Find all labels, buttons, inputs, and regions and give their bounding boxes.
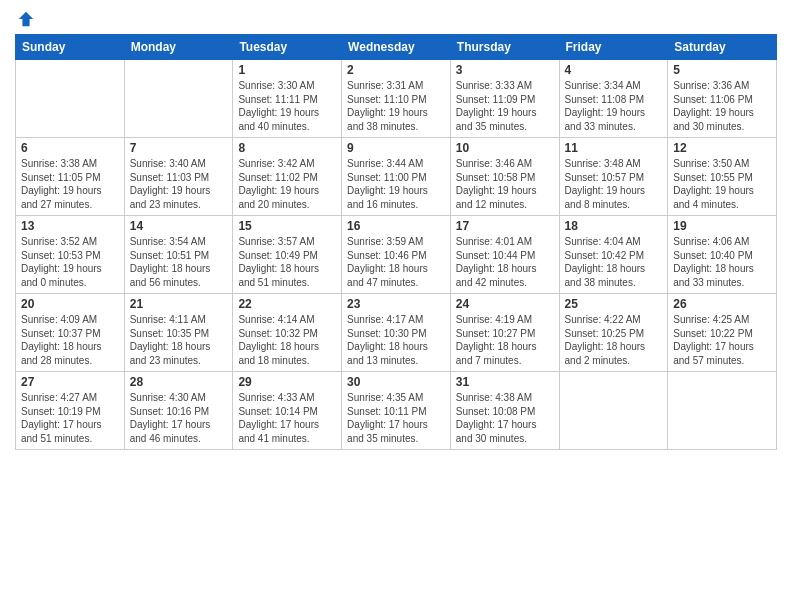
weekday-header: Sunday (16, 35, 125, 60)
day-info: Sunrise: 4:38 AM Sunset: 10:08 PM Daylig… (456, 391, 554, 445)
calendar-cell: 21Sunrise: 4:11 AM Sunset: 10:35 PM Dayl… (124, 294, 233, 372)
calendar-cell: 25Sunrise: 4:22 AM Sunset: 10:25 PM Dayl… (559, 294, 668, 372)
day-number: 10 (456, 141, 554, 155)
weekday-header: Wednesday (342, 35, 451, 60)
day-number: 16 (347, 219, 445, 233)
day-info: Sunrise: 4:19 AM Sunset: 10:27 PM Daylig… (456, 313, 554, 367)
day-number: 31 (456, 375, 554, 389)
day-info: Sunrise: 4:30 AM Sunset: 10:16 PM Daylig… (130, 391, 228, 445)
day-number: 2 (347, 63, 445, 77)
day-info: Sunrise: 3:34 AM Sunset: 11:08 PM Daylig… (565, 79, 663, 133)
day-number: 1 (238, 63, 336, 77)
calendar-cell: 31Sunrise: 4:38 AM Sunset: 10:08 PM Dayl… (450, 372, 559, 450)
calendar-cell: 4Sunrise: 3:34 AM Sunset: 11:08 PM Dayli… (559, 60, 668, 138)
day-number: 21 (130, 297, 228, 311)
weekday-header: Tuesday (233, 35, 342, 60)
day-info: Sunrise: 4:06 AM Sunset: 10:40 PM Daylig… (673, 235, 771, 289)
day-info: Sunrise: 4:01 AM Sunset: 10:44 PM Daylig… (456, 235, 554, 289)
day-number: 7 (130, 141, 228, 155)
day-info: Sunrise: 3:52 AM Sunset: 10:53 PM Daylig… (21, 235, 119, 289)
calendar-cell: 7Sunrise: 3:40 AM Sunset: 11:03 PM Dayli… (124, 138, 233, 216)
calendar-cell: 6Sunrise: 3:38 AM Sunset: 11:05 PM Dayli… (16, 138, 125, 216)
logo-text (15, 10, 35, 28)
day-number: 28 (130, 375, 228, 389)
calendar: SundayMondayTuesdayWednesdayThursdayFrid… (15, 34, 777, 450)
day-number: 13 (21, 219, 119, 233)
day-number: 3 (456, 63, 554, 77)
day-number: 18 (565, 219, 663, 233)
logo (15, 10, 35, 28)
calendar-cell (124, 60, 233, 138)
day-info: Sunrise: 4:11 AM Sunset: 10:35 PM Daylig… (130, 313, 228, 367)
header (15, 10, 777, 28)
day-info: Sunrise: 3:59 AM Sunset: 10:46 PM Daylig… (347, 235, 445, 289)
day-info: Sunrise: 3:31 AM Sunset: 11:10 PM Daylig… (347, 79, 445, 133)
day-info: Sunrise: 3:42 AM Sunset: 11:02 PM Daylig… (238, 157, 336, 211)
day-number: 11 (565, 141, 663, 155)
calendar-cell: 1Sunrise: 3:30 AM Sunset: 11:11 PM Dayli… (233, 60, 342, 138)
calendar-cell: 30Sunrise: 4:35 AM Sunset: 10:11 PM Dayl… (342, 372, 451, 450)
calendar-cell: 28Sunrise: 4:30 AM Sunset: 10:16 PM Dayl… (124, 372, 233, 450)
day-info: Sunrise: 3:54 AM Sunset: 10:51 PM Daylig… (130, 235, 228, 289)
weekday-header: Friday (559, 35, 668, 60)
calendar-cell: 11Sunrise: 3:48 AM Sunset: 10:57 PM Dayl… (559, 138, 668, 216)
calendar-cell: 27Sunrise: 4:27 AM Sunset: 10:19 PM Dayl… (16, 372, 125, 450)
day-info: Sunrise: 4:22 AM Sunset: 10:25 PM Daylig… (565, 313, 663, 367)
day-number: 17 (456, 219, 554, 233)
day-info: Sunrise: 4:35 AM Sunset: 10:11 PM Daylig… (347, 391, 445, 445)
calendar-cell: 24Sunrise: 4:19 AM Sunset: 10:27 PM Dayl… (450, 294, 559, 372)
day-number: 15 (238, 219, 336, 233)
calendar-cell (559, 372, 668, 450)
svg-marker-0 (19, 12, 33, 26)
calendar-cell (668, 372, 777, 450)
logo-icon (17, 10, 35, 28)
calendar-cell: 22Sunrise: 4:14 AM Sunset: 10:32 PM Dayl… (233, 294, 342, 372)
page: SundayMondayTuesdayWednesdayThursdayFrid… (0, 0, 792, 612)
day-info: Sunrise: 3:50 AM Sunset: 10:55 PM Daylig… (673, 157, 771, 211)
calendar-cell: 2Sunrise: 3:31 AM Sunset: 11:10 PM Dayli… (342, 60, 451, 138)
day-number: 26 (673, 297, 771, 311)
day-number: 5 (673, 63, 771, 77)
calendar-cell (16, 60, 125, 138)
day-number: 22 (238, 297, 336, 311)
day-number: 12 (673, 141, 771, 155)
day-number: 24 (456, 297, 554, 311)
day-number: 4 (565, 63, 663, 77)
day-info: Sunrise: 3:57 AM Sunset: 10:49 PM Daylig… (238, 235, 336, 289)
day-number: 14 (130, 219, 228, 233)
day-info: Sunrise: 4:27 AM Sunset: 10:19 PM Daylig… (21, 391, 119, 445)
day-number: 8 (238, 141, 336, 155)
day-info: Sunrise: 3:40 AM Sunset: 11:03 PM Daylig… (130, 157, 228, 211)
day-info: Sunrise: 4:09 AM Sunset: 10:37 PM Daylig… (21, 313, 119, 367)
calendar-cell: 19Sunrise: 4:06 AM Sunset: 10:40 PM Dayl… (668, 216, 777, 294)
calendar-cell: 14Sunrise: 3:54 AM Sunset: 10:51 PM Dayl… (124, 216, 233, 294)
day-info: Sunrise: 4:33 AM Sunset: 10:14 PM Daylig… (238, 391, 336, 445)
weekday-header: Thursday (450, 35, 559, 60)
day-number: 9 (347, 141, 445, 155)
day-number: 27 (21, 375, 119, 389)
calendar-cell: 20Sunrise: 4:09 AM Sunset: 10:37 PM Dayl… (16, 294, 125, 372)
calendar-cell: 9Sunrise: 3:44 AM Sunset: 11:00 PM Dayli… (342, 138, 451, 216)
calendar-cell: 5Sunrise: 3:36 AM Sunset: 11:06 PM Dayli… (668, 60, 777, 138)
day-number: 30 (347, 375, 445, 389)
day-info: Sunrise: 3:30 AM Sunset: 11:11 PM Daylig… (238, 79, 336, 133)
calendar-cell: 17Sunrise: 4:01 AM Sunset: 10:44 PM Dayl… (450, 216, 559, 294)
day-number: 20 (21, 297, 119, 311)
calendar-cell: 8Sunrise: 3:42 AM Sunset: 11:02 PM Dayli… (233, 138, 342, 216)
weekday-header: Saturday (668, 35, 777, 60)
day-info: Sunrise: 3:46 AM Sunset: 10:58 PM Daylig… (456, 157, 554, 211)
calendar-cell: 13Sunrise: 3:52 AM Sunset: 10:53 PM Dayl… (16, 216, 125, 294)
calendar-cell: 3Sunrise: 3:33 AM Sunset: 11:09 PM Dayli… (450, 60, 559, 138)
day-info: Sunrise: 4:14 AM Sunset: 10:32 PM Daylig… (238, 313, 336, 367)
day-number: 25 (565, 297, 663, 311)
calendar-cell: 29Sunrise: 4:33 AM Sunset: 10:14 PM Dayl… (233, 372, 342, 450)
calendar-cell: 18Sunrise: 4:04 AM Sunset: 10:42 PM Dayl… (559, 216, 668, 294)
calendar-cell: 16Sunrise: 3:59 AM Sunset: 10:46 PM Dayl… (342, 216, 451, 294)
calendar-cell: 26Sunrise: 4:25 AM Sunset: 10:22 PM Dayl… (668, 294, 777, 372)
day-info: Sunrise: 4:25 AM Sunset: 10:22 PM Daylig… (673, 313, 771, 367)
day-number: 23 (347, 297, 445, 311)
day-info: Sunrise: 4:17 AM Sunset: 10:30 PM Daylig… (347, 313, 445, 367)
day-info: Sunrise: 3:38 AM Sunset: 11:05 PM Daylig… (21, 157, 119, 211)
day-info: Sunrise: 4:04 AM Sunset: 10:42 PM Daylig… (565, 235, 663, 289)
day-info: Sunrise: 3:44 AM Sunset: 11:00 PM Daylig… (347, 157, 445, 211)
